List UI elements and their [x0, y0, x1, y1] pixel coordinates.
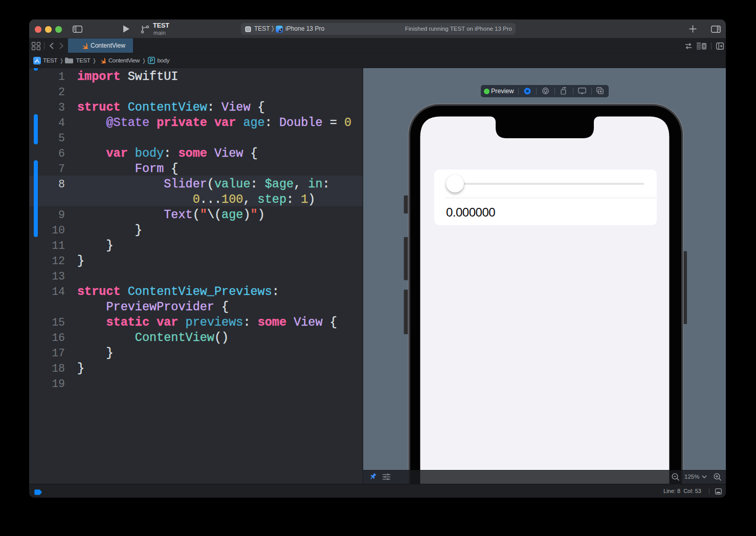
svg-text:P: P — [149, 58, 153, 63]
